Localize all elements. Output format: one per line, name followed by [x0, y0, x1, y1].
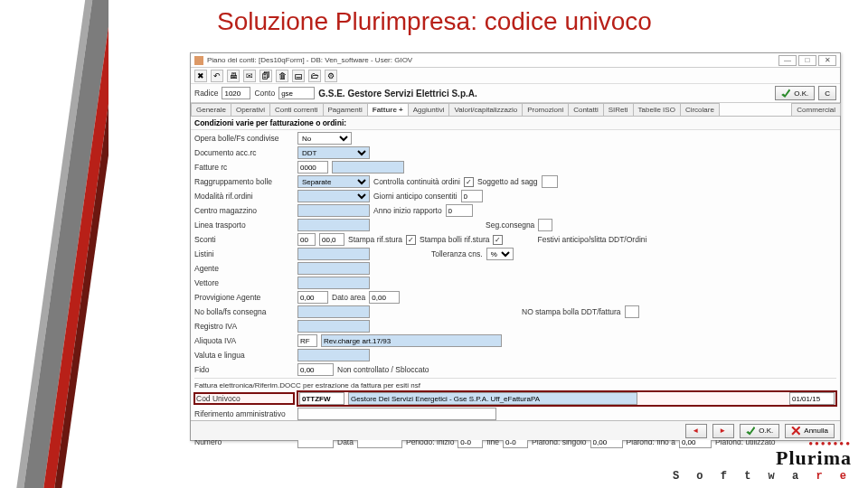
aliq-label: Aliquota IVA	[194, 336, 294, 345]
tab-iso[interactable]: Tabelle ISO	[633, 103, 681, 116]
close-button[interactable]: ✕	[818, 55, 836, 66]
valuta-label: Valuta e lingua	[194, 351, 294, 360]
tool-save-icon[interactable]: 🖴	[292, 70, 305, 82]
nob-input[interactable]	[625, 305, 639, 318]
gg-input[interactable]	[461, 190, 483, 202]
st-label: Stampa rif.stura	[348, 235, 402, 244]
vettore-input[interactable]	[297, 277, 370, 289]
tool-close-icon[interactable]: ✖	[194, 70, 207, 82]
ctrl-checkbox[interactable]: ✓	[464, 177, 474, 187]
centro-label: Centro magazzino	[194, 206, 294, 215]
tol-label: Tolleranza cns.	[431, 249, 483, 258]
documento-select[interactable]: DDT	[297, 146, 370, 159]
sogg-label: Soggetto ad sagg	[477, 177, 538, 186]
opera-select[interactable]: No	[297, 132, 352, 145]
sconti-label: Sconti	[194, 235, 294, 244]
app-icon	[194, 56, 203, 65]
radice-input[interactable]	[222, 87, 250, 99]
tab-contatti[interactable]: Contatti	[568, 103, 604, 116]
tab-circolare[interactable]: Circolare	[680, 103, 720, 116]
anno-label: Anno inizio rapporto	[373, 206, 442, 215]
prov-v1[interactable]	[297, 291, 328, 304]
logo-name: Plurima	[673, 446, 852, 470]
ok-button[interactable]: O.K.	[740, 424, 779, 438]
header-row: Radice Conto G.S.E. Gestore Servizi Elet…	[191, 84, 840, 103]
mod-select[interactable]	[297, 190, 370, 202]
maximize-button[interactable]: □	[798, 55, 816, 66]
minimize-button[interactable]: —	[778, 55, 797, 66]
seg-input[interactable]	[538, 219, 552, 231]
toolbar: ✖ ↶ 🖶 ✉ 🗐 🗑 🖴 🗁 ⚙	[191, 68, 840, 84]
tool-open-icon[interactable]: 🗁	[308, 70, 321, 82]
tab-aggiuntivi[interactable]: Aggiuntivi	[408, 103, 450, 116]
window-title: Piano dei conti: [Des10qForm] - DB: Ven_…	[207, 56, 412, 64]
sconti-ul[interactable]	[297, 233, 316, 246]
close-icon	[791, 427, 800, 436]
listini-label: Listini	[194, 249, 294, 258]
tool-delete-icon[interactable]: 🗑	[276, 70, 288, 82]
sogg-input[interactable]	[542, 175, 558, 188]
listini-input[interactable]	[297, 248, 370, 260]
tab-operativi[interactable]: Operativi	[231, 103, 270, 116]
valuta-input[interactable]	[297, 349, 370, 361]
aliq-cod[interactable]	[297, 334, 317, 347]
prov-v2[interactable]	[369, 291, 400, 304]
prev-button[interactable]: ◄	[685, 424, 707, 438]
tool-mail-icon[interactable]: ✉	[243, 70, 256, 82]
tab-conti[interactable]: Conti correnti	[269, 103, 324, 116]
agente-input[interactable]	[297, 262, 370, 275]
documento-label: Documento acc.rc	[194, 148, 294, 157]
fattura-label: Fatture rc	[194, 163, 294, 172]
tool-undo-icon[interactable]: ↶	[211, 70, 223, 82]
fido-note: Non controllato / Sbloccato	[337, 365, 429, 374]
fatel-title: Fattura elettronica/Riferim.DOCC per est…	[194, 378, 836, 389]
slide-title: Soluzione Plurimpresa: codice univoco	[217, 7, 652, 36]
next-button[interactable]: ►	[712, 424, 734, 438]
sb-checkbox[interactable]: ✓	[493, 235, 503, 245]
st-checkbox[interactable]: ✓	[406, 235, 416, 245]
tab-commercial[interactable]: Commercial	[791, 103, 841, 116]
ctrl-label: Controlla continuità ordini	[373, 177, 460, 186]
fido-input[interactable]	[297, 363, 334, 376]
logo-sub: S o f t w a r e	[673, 470, 852, 483]
sb-label: Stampa bolli rif.stura	[420, 235, 489, 244]
fattura-input[interactable]	[297, 161, 328, 174]
regiva-input[interactable]	[297, 320, 370, 333]
arrow-left-icon: ◄	[692, 427, 701, 436]
tool-print-icon[interactable]: 🖶	[227, 70, 240, 82]
check-icon	[781, 89, 790, 98]
annulla-button[interactable]: Annulla	[785, 424, 835, 438]
linea-input[interactable]	[297, 219, 370, 231]
nobst-input[interactable]	[297, 305, 370, 318]
brand-logo: Plurima S o f t w a r e	[673, 441, 852, 483]
opera-label: Opera bolle/Fs condivise	[194, 134, 294, 143]
conto-input[interactable]	[278, 87, 315, 99]
conto-label: Conto	[254, 89, 275, 98]
tab-promo[interactable]: Promozioni	[522, 103, 569, 116]
fattura-desc[interactable]	[332, 161, 404, 174]
univoco-date[interactable]	[789, 392, 835, 405]
aliq-desc[interactable]	[321, 334, 502, 347]
tab-generale[interactable]: Generale	[191, 103, 231, 116]
mod-label: Modalità rif.ordini	[194, 192, 294, 201]
nobst-label: No bolla/fs consegna	[194, 307, 294, 316]
tab-sireti[interactable]: SIReti	[603, 103, 634, 116]
tool-settings-icon[interactable]: ⚙	[325, 70, 337, 82]
sconti-v[interactable]	[319, 233, 344, 246]
tool-copy-icon[interactable]: 🗐	[259, 70, 272, 82]
slide-accent	[0, 0, 108, 488]
linea-label: Linea trasporto	[194, 221, 294, 230]
rif-input[interactable]	[297, 408, 496, 420]
ragr-select[interactable]: Separate	[297, 175, 370, 188]
tab-pagamenti[interactable]: Pagamenti	[323, 103, 368, 116]
univoco-desc[interactable]	[348, 392, 637, 405]
centro-input[interactable]	[297, 204, 370, 217]
header-search-button[interactable]: C	[818, 86, 836, 100]
tab-valori[interactable]: Valori/capitalizzazio	[448, 103, 523, 116]
univoco-input[interactable]	[299, 392, 344, 405]
anno-input[interactable]	[446, 204, 473, 217]
tab-fatture[interactable]: Fatture +	[367, 103, 409, 116]
seg-label: Seg.consegna	[486, 221, 534, 230]
tol-select[interactable]: %	[486, 248, 514, 260]
header-ok-button[interactable]: O.K.	[775, 86, 815, 100]
